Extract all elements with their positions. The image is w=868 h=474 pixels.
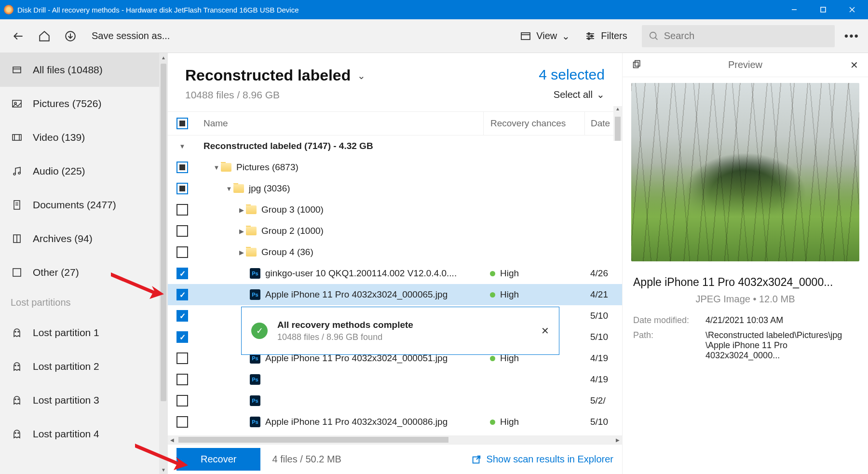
check-circle-icon: ✓ xyxy=(251,323,268,339)
close-icon[interactable]: ✕ xyxy=(541,325,549,337)
toolbar: Save session as... View ⌄ Filters ••• xyxy=(0,19,868,53)
files-summary: 10488 files / 8.96 GB xyxy=(185,89,366,101)
table-row[interactable]: Ps 4/19 xyxy=(168,369,622,390)
sidebar-item-audio[interactable]: Audio (225) xyxy=(0,154,159,188)
scrollbar-thumb[interactable] xyxy=(178,437,448,443)
sidebar-item-label: Archives (94) xyxy=(33,233,93,244)
preview-date-key: Date modified: xyxy=(633,315,705,325)
svg-marker-45 xyxy=(135,444,188,470)
row-checkbox[interactable] xyxy=(176,225,188,237)
expander-icon[interactable]: ▼ xyxy=(225,185,233,192)
table-row[interactable]: ▶Group 4 (36) xyxy=(168,242,622,263)
svg-point-35 xyxy=(18,365,19,366)
status-dot-icon xyxy=(490,271,495,276)
table-header: Name Recovery chances Date ▲ xyxy=(168,111,622,135)
sidebar-scrollbar[interactable]: ▲ ▼ xyxy=(159,53,168,474)
row-checkbox[interactable] xyxy=(176,268,188,279)
sidebar: All files (10488) Pictures (7526) Video … xyxy=(0,53,168,474)
table-row[interactable]: PsApple iPhone 11 Pro 4032x3024_000086.j… xyxy=(168,411,622,433)
select-all-checkbox[interactable] xyxy=(176,118,188,129)
minimize-button[interactable] xyxy=(787,2,801,17)
row-checkbox[interactable] xyxy=(176,395,188,406)
sidebar-item-label: Lost partition 3 xyxy=(33,394,99,406)
row-checkbox[interactable] xyxy=(176,162,188,173)
scroll-right-icon[interactable]: ▶ xyxy=(613,437,622,443)
table-row[interactable]: Ps 5/2/ xyxy=(168,390,622,411)
column-date[interactable]: Date xyxy=(584,112,613,135)
sidebar-item-lost-2[interactable]: Lost partition 2 xyxy=(0,350,159,383)
ps-icon: Ps xyxy=(250,374,260,385)
row-checkbox[interactable] xyxy=(176,204,188,216)
status-dot-icon xyxy=(490,292,495,298)
sidebar-item-label: All files (10488) xyxy=(33,64,103,76)
preview-path-key: Path: xyxy=(633,330,705,361)
row-checkbox[interactable] xyxy=(176,310,188,322)
table-row[interactable]: PsApple iPhone 11 Pro 4032x3024_000065.j… xyxy=(168,284,622,305)
column-recovery[interactable]: Recovery chances xyxy=(483,112,584,135)
row-checkbox[interactable] xyxy=(176,289,188,300)
documents-icon xyxy=(11,199,23,211)
view-button[interactable]: View ⌄ xyxy=(520,30,570,42)
more-button[interactable]: ••• xyxy=(844,29,859,43)
table-row[interactable]: ▶Group 2 (1000) xyxy=(168,220,622,242)
back-button[interactable] xyxy=(9,27,28,46)
table-row[interactable]: ▼ Reconstructed labeled (7147) - 4.32 GB xyxy=(168,135,622,157)
pictures-icon xyxy=(11,97,23,110)
ps-icon: Ps xyxy=(250,395,260,406)
sidebar-item-lost-3[interactable]: Lost partition 3 xyxy=(0,383,159,417)
row-checkbox[interactable] xyxy=(176,352,188,364)
expander-icon[interactable]: ▼ xyxy=(178,143,187,150)
scrollbar-thumb[interactable] xyxy=(161,64,166,401)
sidebar-item-label: Lost partition 2 xyxy=(33,361,99,372)
preview-image xyxy=(631,83,859,261)
sidebar-item-video[interactable]: Video (139) xyxy=(0,121,159,154)
expander-icon[interactable]: ▼ xyxy=(212,164,221,171)
chevron-down-icon: ⌄ xyxy=(597,89,605,100)
expander-icon[interactable]: ▶ xyxy=(237,249,246,256)
svg-rect-17 xyxy=(13,67,21,73)
search-box[interactable] xyxy=(642,25,835,47)
sidebar-item-all-files[interactable]: All files (10488) xyxy=(0,53,159,87)
select-all-button[interactable]: Select all ⌄ xyxy=(539,89,605,100)
copy-icon[interactable] xyxy=(632,59,642,71)
row-checkbox[interactable] xyxy=(176,246,188,258)
external-link-icon xyxy=(471,454,482,465)
sidebar-item-pictures[interactable]: Pictures (7526) xyxy=(0,87,159,121)
sidebar-item-lost-1[interactable]: Lost partition 1 xyxy=(0,316,159,350)
breadcrumb[interactable]: Reconstructed labeled ⌄ xyxy=(185,67,366,84)
home-button[interactable] xyxy=(35,27,54,46)
row-checkbox[interactable] xyxy=(176,331,188,343)
recover-info: 4 files / 50.2 MB xyxy=(272,454,341,465)
search-input[interactable] xyxy=(664,30,828,41)
filters-button[interactable]: Filters xyxy=(584,30,627,42)
expander-icon[interactable]: ▶ xyxy=(237,228,246,235)
horizontal-scrollbar[interactable]: ◀ ▶ xyxy=(168,435,622,444)
column-name[interactable]: Name xyxy=(197,118,483,129)
table-row[interactable]: ▼jpg (3036) xyxy=(168,178,622,199)
row-checkbox[interactable] xyxy=(176,183,188,194)
sidebar-item-documents[interactable]: Documents (2477) xyxy=(0,188,159,222)
row-checkbox[interactable] xyxy=(176,374,188,385)
svg-rect-43 xyxy=(634,62,638,68)
chevron-down-icon: ⌄ xyxy=(562,30,570,42)
download-button[interactable] xyxy=(61,27,80,46)
scroll-up-icon[interactable]: ▲ xyxy=(161,53,166,62)
sidebar-item-archives[interactable]: Archives (94) xyxy=(0,222,159,256)
expander-icon[interactable]: ▶ xyxy=(237,206,246,214)
close-icon[interactable]: ✕ xyxy=(850,59,858,71)
table-row[interactable]: Psginkgo-user 10 QKQ1.200114.002 V12.0.4… xyxy=(168,263,622,284)
folder-icon xyxy=(221,163,231,172)
table-row[interactable]: ▼Pictures (6873) xyxy=(168,157,622,178)
save-session-label[interactable]: Save session as... xyxy=(92,30,170,41)
show-in-explorer-link[interactable]: Show scan results in Explorer xyxy=(471,454,613,465)
table-row[interactable]: ▶Group 3 (1000) xyxy=(168,199,622,220)
svg-rect-7 xyxy=(521,33,530,40)
svg-point-38 xyxy=(15,433,16,433)
search-icon xyxy=(649,31,659,41)
maximize-button[interactable] xyxy=(816,2,830,17)
recover-button[interactable]: Recover xyxy=(176,448,260,471)
row-checkbox[interactable] xyxy=(176,416,188,428)
svg-point-36 xyxy=(15,399,16,400)
close-button[interactable] xyxy=(845,2,859,17)
scroll-left-icon[interactable]: ◀ xyxy=(168,437,176,443)
